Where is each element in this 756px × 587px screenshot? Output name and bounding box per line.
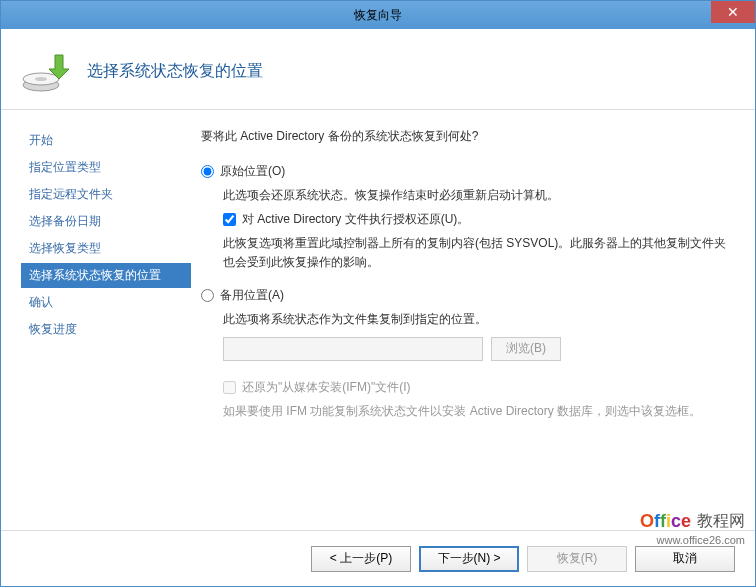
authoritative-restore-checkbox[interactable] [223,213,236,226]
sidebar-item-start[interactable]: 开始 [21,128,191,153]
titlebar: 恢复向导 ✕ [1,1,755,29]
sidebar-item-system-state-location[interactable]: 选择系统状态恢复的位置 [21,263,191,288]
alternate-location-desc: 此选项将系统状态作为文件集复制到指定的位置。 [223,310,731,329]
original-location-group: 原始位置(O) 此选项会还原系统状态。恢复操作结束时必须重新启动计算机。 对 A… [201,163,731,273]
wizard-body: 开始 指定位置类型 指定远程文件夹 选择备份日期 选择恢复类型 选择系统状态恢复… [1,110,755,530]
wizard-footer: < 上一步(P) 下一步(N) > 恢复(R) 取消 [1,530,755,586]
ifm-checkbox [223,381,236,394]
page-title: 选择系统状态恢复的位置 [87,61,263,82]
sidebar-item-recovery-type[interactable]: 选择恢复类型 [21,236,191,261]
original-location-radio[interactable] [201,165,214,178]
close-button[interactable]: ✕ [711,1,755,23]
window-title: 恢复向导 [354,7,402,24]
alternate-location-radio[interactable] [201,289,214,302]
alternate-path-input [223,337,483,361]
sidebar-item-confirm[interactable]: 确认 [21,290,191,315]
recover-button: 恢复(R) [527,546,627,572]
wizard-window: 恢复向导 ✕ 选择系统状态恢复的位置 开始 指定位置类型 指定远程文件夹 选择备 [0,0,756,587]
next-button[interactable]: 下一步(N) > [419,546,519,572]
alternate-location-label[interactable]: 备用位置(A) [220,287,284,304]
authoritative-restore-label[interactable]: 对 Active Directory 文件执行授权还原(U)。 [242,211,469,228]
sidebar-item-progress[interactable]: 恢复进度 [21,317,191,342]
sidebar-item-backup-date[interactable]: 选择备份日期 [21,209,191,234]
close-icon: ✕ [727,4,739,20]
wizard-header: 选择系统状态恢复的位置 [1,29,755,110]
original-location-label[interactable]: 原始位置(O) [220,163,285,180]
restore-icon [21,47,69,95]
svg-point-2 [35,77,47,81]
back-button[interactable]: < 上一步(P) [311,546,411,572]
alternate-location-group: 备用位置(A) 此选项将系统状态作为文件集复制到指定的位置。 浏览(B) 还原为… [201,287,731,421]
ifm-desc: 如果要使用 IFM 功能复制系统状态文件以安装 Active Directory… [223,402,731,421]
sidebar: 开始 指定位置类型 指定远程文件夹 选择备份日期 选择恢复类型 选择系统状态恢复… [1,110,191,530]
browse-button: 浏览(B) [491,337,561,361]
original-location-desc: 此选项会还原系统状态。恢复操作结束时必须重新启动计算机。 [223,186,731,205]
ifm-label: 还原为"从媒体安装(IFM)"文件(I) [242,379,411,396]
sidebar-item-remote-folder[interactable]: 指定远程文件夹 [21,182,191,207]
main-panel: 要将此 Active Directory 备份的系统状态恢复到何处? 原始位置(… [191,110,755,530]
sidebar-item-location-type[interactable]: 指定位置类型 [21,155,191,180]
cancel-button[interactable]: 取消 [635,546,735,572]
content-area: 选择系统状态恢复的位置 开始 指定位置类型 指定远程文件夹 选择备份日期 选择恢… [1,29,755,586]
prompt-text: 要将此 Active Directory 备份的系统状态恢复到何处? [201,128,731,145]
authoritative-restore-desc: 此恢复选项将重置此域控制器上所有的复制内容(包括 SYSVOL)。此服务器上的其… [223,234,731,272]
